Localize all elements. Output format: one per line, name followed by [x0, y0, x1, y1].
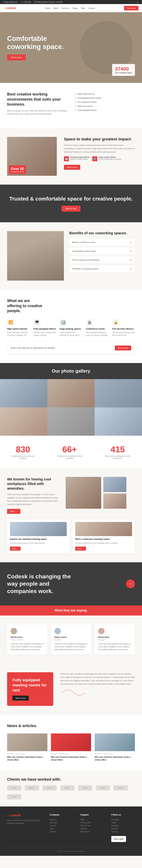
social-linkedin[interactable]: in: [137, 1, 139, 3]
nav-link-pages[interactable]: Pages: [72, 7, 78, 9]
cool-content: We known for having cool workplaces fill…: [7, 477, 60, 514]
stat-num-3: 415: [100, 444, 135, 454]
book-tour-text: Book a free day tour to experience our b…: [11, 347, 55, 349]
news-meta-1: By Admin · Jan 12, 2023: [7, 753, 47, 755]
parking-icon: 🅿️: [60, 319, 67, 326]
hero-badge-number: 37400: [115, 66, 132, 72]
footer-col-support-title: Support: [80, 813, 104, 816]
nav-link-contact[interactable]: Contact: [88, 7, 95, 9]
testimonial-role-2: Designer: [54, 639, 88, 641]
news-item-3: By Admin · Mar 18, 2023 Why your busines…: [95, 734, 135, 761]
testimonials-section: Nicola Loren CEO, Company There are many…: [0, 616, 142, 663]
footer-logo: ○ codesk: [7, 813, 43, 817]
news-image-3: [95, 734, 135, 751]
offer-grid: 📶 High speed internet Super high speed i…: [7, 319, 135, 337]
feature2-title: Fully custom offices: [99, 156, 116, 158]
gallery-item-3: [95, 379, 142, 407]
cool-side-images: [103, 477, 126, 509]
trusted-title: Trusted & comfortable space for creative…: [7, 195, 135, 202]
book-tour-box: Book a free day tour to experience our b…: [7, 342, 135, 354]
nav-link-blog[interactable]: Blog: [81, 7, 85, 9]
footer-link[interactable]: Facebook: [111, 818, 135, 821]
feature-list: High speed internet Unforgettable power …: [74, 92, 135, 112]
testimonial-item-2: Kayle Lorenz Designer There are many var…: [51, 624, 91, 655]
nav-cta-button[interactable]: Get a tour: [124, 6, 139, 10]
gallery-item-2: [47, 379, 95, 407]
nav-link-about[interactable]: About: [53, 7, 58, 9]
footer-link[interactable]: LinkedIn: [111, 827, 135, 830]
footer-link[interactable]: Careers: [50, 824, 73, 827]
book-tour-button[interactable]: Book a tour: [115, 345, 131, 350]
cool-card-2: Rent a conference meeting rooms Premium …: [72, 519, 135, 553]
space-cta-button[interactable]: Book a tour: [64, 165, 80, 170]
offer-item-5-desc: 24/7 security ensuring a safe work envir…: [112, 331, 135, 337]
offer-title: What we are offering to creative people.: [7, 298, 43, 313]
news-item-1: By Admin · Jan 12, 2023 Why your busines…: [7, 734, 47, 761]
clients-title: Clients we have worked with.: [7, 777, 135, 782]
changing-section: Codesk is changing the way people and co…: [0, 562, 142, 606]
offer-item-4: 🏛️ Conference rooms Well-equipped confer…: [86, 319, 109, 337]
nav-logo[interactable]: ○ codesk: [3, 6, 16, 10]
topbar-phone[interactable]: +1 (720) 800: [21, 1, 31, 3]
testimonial-text-3: There are many variations of passages of…: [98, 643, 131, 651]
footer-link[interactable]: Terms of use: [80, 824, 104, 827]
google-badge: Google: [111, 836, 126, 842]
hero-cta-button[interactable]: Book a tour: [7, 55, 26, 60]
cool-side-image-2: [103, 494, 126, 509]
footer-link[interactable]: Our team: [50, 821, 73, 824]
news-item-2: By Admin · Feb 05, 2023 Why your busines…: [51, 734, 91, 761]
offer-section: What we are offering to creative people.…: [0, 289, 142, 363]
trusted-cta-button[interactable]: Book a tour: [62, 206, 80, 212]
footer-link[interactable]: News: [50, 827, 73, 830]
client-logo-6: Brand 6: [96, 785, 110, 790]
benefit-item-1: Massive conference rooms 1.: [69, 239, 135, 246]
footer-link[interactable]: Contact: [50, 830, 73, 833]
footer-link[interactable]: Sitemap: [80, 827, 104, 830]
gallery-grid: [0, 379, 142, 436]
topbar-email[interactable]: info@codesk.com: [3, 1, 18, 3]
nav-link-services[interactable]: Services: [62, 7, 69, 9]
offer-item-3-title: Huge parking spaces: [60, 328, 82, 330]
offer-item-3-desc: Large parking areas available for all me…: [60, 331, 82, 337]
changing-arrow-button[interactable]: →: [126, 580, 135, 588]
social-facebook[interactable]: f: [131, 1, 131, 3]
footer-copyright: © 2023 Codesk. All rights reserved.: [57, 850, 85, 852]
space-badge-label: conference offices: [11, 171, 24, 173]
footer-link[interactable]: FAQ: [80, 818, 104, 821]
client-logo-2: Brand 2: [25, 785, 39, 790]
cool-card-2-button[interactable]: More →: [75, 547, 86, 551]
testimonials-header: What they are saying.: [0, 606, 142, 616]
footer-link[interactable]: Privacy policy: [80, 821, 104, 824]
nav-link-home[interactable]: Home: [45, 7, 50, 9]
space-badge: Over 50 conference offices: [9, 165, 26, 174]
feature-item: Fully equipped kitchen: [74, 108, 135, 112]
footer-bottom: © 2023 Codesk. All rights reserved.: [7, 847, 135, 852]
footer-link[interactable]: Help center: [80, 830, 104, 833]
space-feature-1: 🏢 Flexible private offices Modern flexib…: [64, 156, 90, 161]
space-badge-number: Over 50: [11, 167, 24, 171]
stat-label-3: Days and meeting floors with Equipment: [100, 455, 135, 459]
cool-card-1-body: Find the perfect space for your next mee…: [10, 542, 67, 545]
meeting-content: Fully equipped meeting rooms for rent Bo…: [7, 672, 53, 706]
meeting-cta-button[interactable]: Book a tour: [13, 695, 29, 701]
gallery-item-5: [47, 407, 95, 436]
cool-side-image-1: [103, 477, 126, 492]
feature-item: Air conditioned offices: [74, 100, 135, 104]
space-body: There are many creative environments all…: [64, 144, 135, 153]
feature-item: Unforgettable power supply: [74, 96, 135, 100]
cool-cta-button[interactable]: More →: [7, 509, 20, 514]
footer-link[interactable]: About us: [50, 818, 73, 821]
footer-col-follow-links: Facebook Twitter Instagram LinkedIn YouT…: [111, 818, 135, 833]
footer-link[interactable]: YouTube: [111, 830, 135, 833]
testimonial-name-1: Nicola Loren: [11, 636, 44, 638]
cool-card-1-button[interactable]: More →: [10, 547, 21, 551]
stat-label-2: Conference & meeting rooms available: [53, 455, 86, 459]
footer-link[interactable]: Instagram: [111, 824, 135, 827]
space-feature-2: ⚙️ Fully custom offices Custom workspace…: [92, 156, 121, 161]
trusted-section: Trusted & comfortable space for creative…: [0, 185, 142, 222]
news-grid: By Admin · Jan 12, 2023 Why your busines…: [7, 734, 135, 761]
social-twitter[interactable]: t: [134, 1, 134, 3]
footer-link[interactable]: Twitter: [111, 821, 135, 824]
offer-item-2-desc: All offices fully equipped with modern f…: [33, 331, 56, 337]
footer-col-company-links: About us Our team Careers News Contact: [50, 818, 73, 833]
